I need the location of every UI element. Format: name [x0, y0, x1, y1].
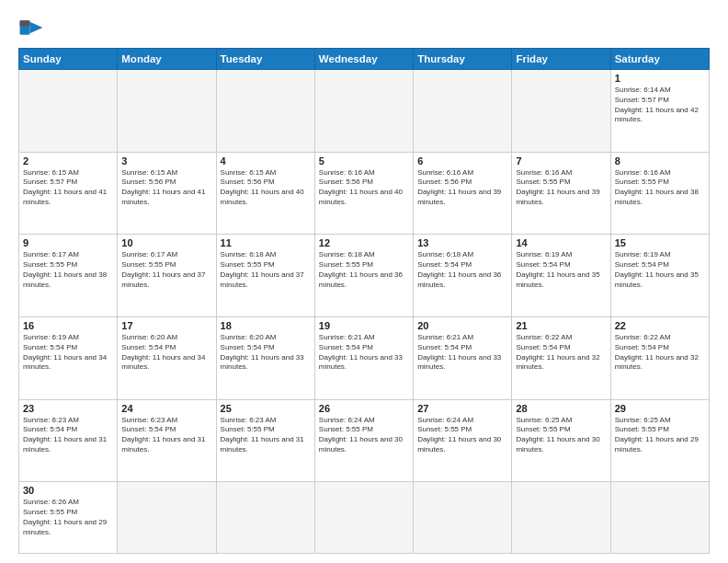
cell-info: Sunrise: 6:14 AMSunset: 5:57 PMDaylight:… — [615, 86, 705, 125]
calendar-cell — [610, 482, 709, 554]
calendar-cell — [216, 482, 314, 554]
day-number: 18 — [221, 320, 311, 331]
cell-info: Sunrise: 6:15 AMSunset: 5:57 PMDaylight:… — [23, 168, 113, 208]
day-number: 20 — [417, 320, 507, 331]
cell-info: Sunrise: 6:15 AMSunset: 5:56 PMDaylight:… — [121, 168, 211, 208]
cell-info: Sunrise: 6:19 AMSunset: 5:54 PMDaylight:… — [516, 250, 606, 290]
cell-info: Sunrise: 6:20 AMSunset: 5:54 PMDaylight:… — [121, 333, 211, 373]
page: SundayMondayTuesdayWednesdayThursdayFrid… — [0, 0, 728, 563]
day-number: 22 — [615, 320, 705, 331]
calendar-cell: 13Sunrise: 6:18 AMSunset: 5:54 PMDayligh… — [414, 235, 512, 317]
day-number: 9 — [23, 237, 113, 248]
day-number: 5 — [319, 155, 409, 167]
calendar-cell: 22Sunrise: 6:22 AMSunset: 5:54 PMDayligh… — [610, 316, 709, 399]
col-header-sunday: Sunday — [19, 49, 118, 70]
calendar-cell — [216, 70, 314, 153]
calendar-cell — [314, 482, 413, 554]
cell-info: Sunrise: 6:22 AMSunset: 5:54 PMDaylight:… — [615, 333, 705, 373]
cell-info: Sunrise: 6:19 AMSunset: 5:54 PMDaylight:… — [615, 250, 705, 290]
day-number: 17 — [121, 320, 211, 331]
cell-info: Sunrise: 6:23 AMSunset: 5:54 PMDaylight:… — [121, 416, 211, 455]
cell-info: Sunrise: 6:19 AMSunset: 5:54 PMDaylight:… — [23, 333, 113, 373]
cell-info: Sunrise: 6:16 AMSunset: 5:55 PMDaylight:… — [516, 168, 606, 208]
day-number: 7 — [516, 155, 606, 167]
calendar-cell: 4Sunrise: 6:15 AMSunset: 5:56 PMDaylight… — [216, 152, 314, 235]
calendar-cell: 17Sunrise: 6:20 AMSunset: 5:54 PMDayligh… — [118, 316, 216, 399]
col-header-wednesday: Wednesday — [314, 49, 413, 70]
calendar-cell: 5Sunrise: 6:16 AMSunset: 5:56 PMDaylight… — [314, 152, 413, 235]
calendar-cell: 1Sunrise: 6:14 AMSunset: 5:57 PMDaylight… — [610, 70, 709, 153]
calendar-cell — [512, 70, 610, 153]
cell-info: Sunrise: 6:16 AMSunset: 5:56 PMDaylight:… — [417, 168, 507, 208]
calendar-cell: 30Sunrise: 6:26 AMSunset: 5:55 PMDayligh… — [19, 482, 118, 554]
day-number: 23 — [23, 403, 113, 414]
day-number: 19 — [319, 320, 409, 331]
col-header-saturday: Saturday — [610, 49, 709, 70]
header — [18, 15, 710, 40]
cell-info: Sunrise: 6:22 AMSunset: 5:54 PMDaylight:… — [516, 333, 606, 373]
cell-info: Sunrise: 6:23 AMSunset: 5:54 PMDaylight:… — [23, 416, 113, 455]
cell-info: Sunrise: 6:20 AMSunset: 5:54 PMDaylight:… — [221, 333, 311, 373]
day-number: 8 — [615, 155, 705, 167]
calendar-cell: 11Sunrise: 6:18 AMSunset: 5:55 PMDayligh… — [216, 235, 314, 317]
day-number: 4 — [221, 155, 311, 167]
cell-info: Sunrise: 6:15 AMSunset: 5:56 PMDaylight:… — [221, 168, 311, 208]
cell-info: Sunrise: 6:25 AMSunset: 5:55 PMDaylight:… — [615, 416, 705, 455]
cell-info: Sunrise: 6:17 AMSunset: 5:55 PMDaylight:… — [23, 250, 113, 290]
calendar-cell: 18Sunrise: 6:20 AMSunset: 5:54 PMDayligh… — [216, 316, 314, 399]
generalblue-logo-icon — [18, 15, 44, 40]
col-header-friday: Friday — [512, 49, 610, 70]
calendar-cell: 28Sunrise: 6:25 AMSunset: 5:55 PMDayligh… — [512, 399, 610, 482]
day-number: 14 — [516, 237, 606, 248]
cell-info: Sunrise: 6:21 AMSunset: 5:54 PMDaylight:… — [319, 333, 409, 373]
calendar-cell: 16Sunrise: 6:19 AMSunset: 5:54 PMDayligh… — [19, 316, 118, 399]
calendar-cell — [118, 70, 216, 153]
day-number: 25 — [221, 403, 311, 414]
day-number: 16 — [23, 320, 113, 331]
svg-marker-1 — [29, 22, 42, 33]
cell-info: Sunrise: 6:18 AMSunset: 5:54 PMDaylight:… — [417, 250, 507, 290]
calendar-table: SundayMondayTuesdayWednesdayThursdayFrid… — [18, 48, 710, 554]
calendar-cell: 25Sunrise: 6:23 AMSunset: 5:55 PMDayligh… — [216, 399, 314, 482]
calendar-cell: 15Sunrise: 6:19 AMSunset: 5:54 PMDayligh… — [610, 235, 709, 317]
calendar-cell — [19, 70, 118, 153]
col-header-monday: Monday — [118, 49, 216, 70]
cell-info: Sunrise: 6:21 AMSunset: 5:54 PMDaylight:… — [417, 333, 507, 373]
calendar-cell: 3Sunrise: 6:15 AMSunset: 5:56 PMDaylight… — [118, 152, 216, 235]
day-number: 26 — [319, 403, 409, 414]
day-number: 21 — [516, 320, 606, 331]
col-header-tuesday: Tuesday — [216, 49, 314, 70]
cell-info: Sunrise: 6:18 AMSunset: 5:55 PMDaylight:… — [319, 250, 409, 290]
calendar-cell: 6Sunrise: 6:16 AMSunset: 5:56 PMDaylight… — [414, 152, 512, 235]
cell-info: Sunrise: 6:24 AMSunset: 5:55 PMDaylight:… — [417, 416, 507, 455]
cell-info: Sunrise: 6:24 AMSunset: 5:55 PMDaylight:… — [319, 416, 409, 455]
svg-rect-2 — [20, 20, 30, 26]
cell-info: Sunrise: 6:16 AMSunset: 5:56 PMDaylight:… — [319, 168, 409, 208]
calendar-cell — [414, 70, 512, 153]
cell-info: Sunrise: 6:17 AMSunset: 5:55 PMDaylight:… — [121, 250, 211, 290]
day-number: 1 — [615, 73, 705, 84]
calendar-cell: 26Sunrise: 6:24 AMSunset: 5:55 PMDayligh… — [314, 399, 413, 482]
day-number: 29 — [615, 403, 705, 414]
calendar-cell: 27Sunrise: 6:24 AMSunset: 5:55 PMDayligh… — [414, 399, 512, 482]
calendar-cell — [314, 70, 413, 153]
day-number: 11 — [221, 237, 311, 248]
calendar-cell: 24Sunrise: 6:23 AMSunset: 5:54 PMDayligh… — [118, 399, 216, 482]
day-number: 6 — [417, 155, 507, 167]
day-number: 15 — [615, 237, 705, 248]
calendar-cell: 29Sunrise: 6:25 AMSunset: 5:55 PMDayligh… — [610, 399, 709, 482]
day-number: 30 — [23, 485, 113, 496]
calendar-cell: 8Sunrise: 6:16 AMSunset: 5:55 PMDaylight… — [610, 152, 709, 235]
calendar-cell: 19Sunrise: 6:21 AMSunset: 5:54 PMDayligh… — [314, 316, 413, 399]
day-number: 10 — [121, 237, 211, 248]
calendar-cell: 12Sunrise: 6:18 AMSunset: 5:55 PMDayligh… — [314, 235, 413, 317]
day-number: 27 — [417, 403, 507, 414]
day-number: 13 — [417, 237, 507, 248]
calendar-cell — [414, 482, 512, 554]
cell-info: Sunrise: 6:18 AMSunset: 5:55 PMDaylight:… — [221, 250, 311, 290]
calendar-cell: 21Sunrise: 6:22 AMSunset: 5:54 PMDayligh… — [512, 316, 610, 399]
cell-info: Sunrise: 6:25 AMSunset: 5:55 PMDaylight:… — [516, 416, 606, 455]
calendar-cell — [118, 482, 216, 554]
day-number: 24 — [121, 403, 211, 414]
col-header-thursday: Thursday — [414, 49, 512, 70]
